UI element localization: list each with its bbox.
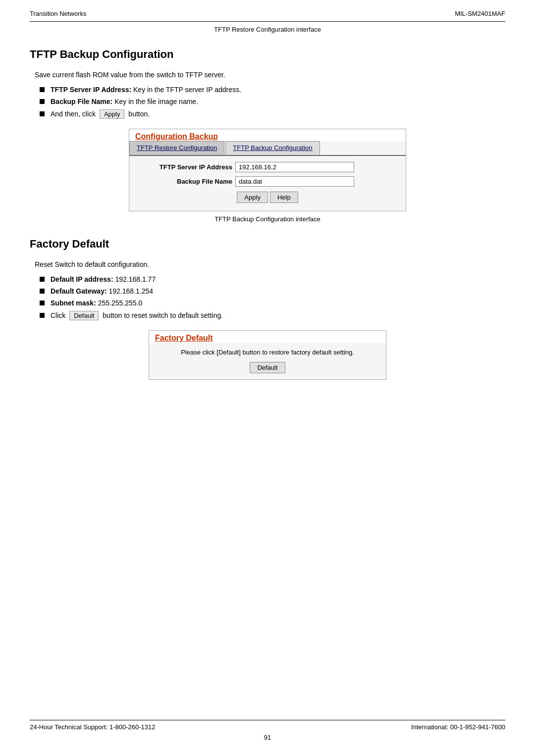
- inline-apply-button[interactable]: Apply: [100, 109, 125, 119]
- form-area: TFTP Server IP Address Backup File Name …: [129, 156, 406, 211]
- tab-tftp-backup[interactable]: TFTP Backup Configuration: [225, 141, 320, 155]
- factory-default-bullets: Default IP address: 192.168.1.77 Default…: [40, 275, 505, 320]
- bullet-apply-instruction: And then, click Apply button.: [40, 109, 505, 119]
- bullet-tftp-server-ip: TFTP Server IP Address: Key in the TFTP …: [40, 86, 505, 94]
- label-server-ip: TFTP Server IP Address: [136, 163, 235, 171]
- bullet-subnet-mask: Subnet mask: 255.255.255.0: [40, 299, 505, 307]
- input-backup-file[interactable]: [235, 176, 354, 187]
- bullet-default-gateway: Default Gateway: 192.168.1.254: [40, 287, 505, 295]
- factory-interface-title: Factory Default: [155, 334, 213, 342]
- page-footer: 24-Hour Technical Support: 1-800-260-131…: [30, 720, 505, 741]
- bullet-text-d1: Default IP address: 192.168.1.77: [51, 275, 505, 283]
- factory-default-description: Reset Switch to default configuration.: [35, 260, 505, 268]
- international-phone: International: 00-1-952-941-7600: [411, 723, 505, 731]
- tab-tftp-restore[interactable]: TFTP Restore Configuration: [129, 141, 224, 155]
- bullet-default-instruction: Click Default button to reset switch to …: [40, 311, 505, 320]
- bullet-icon-d2: [40, 289, 45, 294]
- header-company: Transition Networks: [30, 10, 86, 17]
- bullet-label-2: Backup File Name:: [51, 98, 112, 105]
- bullet-backup-file-name: Backup File Name: Key in the file image …: [40, 98, 505, 105]
- header-model: MIL-SM2401MAF: [455, 10, 505, 17]
- inline-default-button[interactable]: Default: [69, 311, 99, 320]
- bullet-icon-d1: [40, 277, 45, 282]
- tab-row: TFTP Restore Configuration TFTP Backup C…: [129, 141, 406, 156]
- tftp-backup-description: Save current flash ROM value from the sw…: [35, 71, 505, 79]
- interface-button-row: Apply Help: [136, 192, 399, 203]
- bullet-text-d3: Subnet mask: 255.255.255.0: [51, 299, 505, 307]
- apply-button[interactable]: Apply: [237, 192, 268, 203]
- bullet-icon-d4: [40, 313, 45, 318]
- factory-body-text: Please click [Default] button to restore…: [156, 349, 379, 356]
- bullet-text-d2: Default Gateway: 192.168.1.254: [51, 287, 505, 295]
- bullet-icon-2: [40, 99, 45, 104]
- factory-form-area: Please click [Default] button to restore…: [149, 343, 386, 379]
- form-row-server-ip: TFTP Server IP Address: [136, 162, 399, 172]
- page-number: 91: [30, 734, 505, 741]
- bullet-text-3: And then, click Apply button.: [51, 109, 505, 119]
- bullet-label-d1: Default IP address:: [51, 275, 113, 283]
- bullet-icon-3: [40, 111, 45, 116]
- factory-default-interface-box: Factory Default Please click [Default] b…: [149, 330, 386, 380]
- bullet-icon-d3: [40, 301, 45, 305]
- interface-title-bar: Configuration Backup: [129, 129, 406, 141]
- bullet-text-d4: Click Default button to reset switch to …: [51, 311, 505, 320]
- tftp-backup-section-title: TFTP Backup Configuration: [30, 48, 505, 61]
- bullet-text-2: Backup File Name: Key in the file image …: [51, 98, 505, 105]
- bullet-text-1: TFTP Server IP Address: Key in the TFTP …: [51, 86, 505, 94]
- bullet-label-1: TFTP Server IP Address:: [51, 86, 131, 94]
- tftp-backup-interface-box: Configuration Backup TFTP Restore Config…: [129, 129, 406, 211]
- tftp-backup-bullets: TFTP Server IP Address: Key in the TFTP …: [40, 86, 505, 119]
- page-subtitle: TFTP Restore Configuration interface: [30, 26, 505, 33]
- default-button[interactable]: Default: [250, 362, 285, 373]
- bullet-default-ip: Default IP address: 192.168.1.77: [40, 275, 505, 283]
- support-phone: 24-Hour Technical Support: 1-800-260-131…: [30, 723, 155, 731]
- factory-title-bar: Factory Default: [149, 331, 386, 343]
- bullet-icon-1: [40, 87, 45, 92]
- form-row-backup-file: Backup File Name: [136, 176, 399, 187]
- label-backup-file: Backup File Name: [136, 178, 235, 185]
- input-server-ip[interactable]: [235, 162, 354, 172]
- tftp-backup-caption: TFTP Backup Configuration interface: [30, 215, 505, 223]
- help-button[interactable]: Help: [270, 192, 298, 203]
- bullet-label-d2: Default Gateway:: [51, 287, 107, 295]
- interface-title: Configuration Backup: [135, 132, 218, 141]
- factory-default-section-title: Factory Default: [30, 238, 505, 251]
- footer-support-row: 24-Hour Technical Support: 1-800-260-131…: [30, 720, 505, 731]
- bullet-label-d3: Subnet mask:: [51, 299, 96, 307]
